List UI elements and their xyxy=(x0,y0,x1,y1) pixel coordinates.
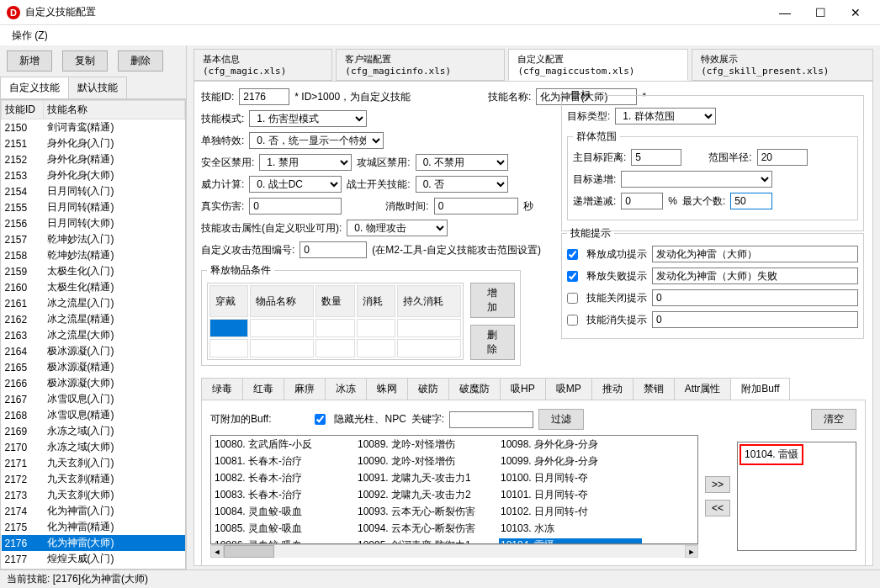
buff-item[interactable]: 10089. 龙吟-对怪增伤 xyxy=(356,437,499,452)
buff-item[interactable]: 10083. 长春木-治疗 xyxy=(213,488,356,502)
skill-row[interactable]: 2176化为神雷(大师) xyxy=(2,535,185,551)
skill-row[interactable]: 2174化为神雷(入门) xyxy=(2,503,185,519)
skill-row[interactable]: 2154日月同转(入门) xyxy=(2,183,185,199)
buff-item[interactable]: 10093. 云本无心-断裂伤害 xyxy=(356,505,499,519)
release-del-button[interactable]: 删除 xyxy=(470,325,515,360)
select-solo[interactable]: 0. 否，统一显示一个特效 xyxy=(249,132,384,149)
skill-row[interactable]: 2166极冰源凝(大师) xyxy=(2,375,185,391)
scrollbar[interactable]: ◄► xyxy=(210,544,698,558)
skill-row[interactable]: 2161冰之流星(入门) xyxy=(2,295,185,311)
buff-tab[interactable]: 吸MP xyxy=(545,378,592,400)
skill-row[interactable]: 2171九天玄刹(入门) xyxy=(2,455,185,471)
maximize-button[interactable]: ☐ xyxy=(803,1,838,24)
skill-row[interactable]: 2177煌煌天威(入门) xyxy=(2,551,185,567)
buff-tab[interactable]: 麻痹 xyxy=(284,378,326,400)
select-power[interactable]: 0. 战士DC xyxy=(249,176,342,193)
buff-item[interactable]: 10084. 灵血鲛-吸血 xyxy=(213,505,356,519)
skill-row[interactable]: 2175化为神雷(精通) xyxy=(2,519,185,535)
buff-item[interactable]: 10082. 长春木-治疗 xyxy=(213,471,356,485)
skill-row[interactable]: 2164极冰源凝(入门) xyxy=(2,343,185,359)
skill-list[interactable]: 技能ID 技能名称 2150剑诃青鸾(精通)2151身外化身(入门)2152身外… xyxy=(0,99,186,569)
add-button[interactable]: 新增 xyxy=(7,50,52,72)
buff-tab[interactable]: 破防 xyxy=(407,378,449,400)
skill-row[interactable]: 2153身外化身(大师) xyxy=(2,167,185,183)
copy-button[interactable]: 复制 xyxy=(62,50,108,72)
select-attack-attr[interactable]: 0. 物理攻击 xyxy=(347,220,448,236)
input-keyword[interactable] xyxy=(449,411,533,428)
minimize-button[interactable]: — xyxy=(767,1,803,24)
input-close[interactable] xyxy=(652,289,858,306)
input-disappear[interactable] xyxy=(652,311,858,328)
buff-item[interactable]: 10103. 水冻 xyxy=(499,522,642,536)
check-disappear[interactable] xyxy=(567,315,578,326)
input-fail[interactable] xyxy=(652,268,858,284)
check-hide-pillar[interactable] xyxy=(315,414,326,425)
select-safe[interactable]: 1. 禁用 xyxy=(259,154,352,171)
tab-custom-skill[interactable]: 自定义技能 xyxy=(0,77,69,98)
select-target-incr[interactable] xyxy=(621,171,772,188)
buff-selected-list[interactable]: 10104. 雷慑 xyxy=(737,442,856,551)
buff-item[interactable]: 10092. 龙啸九天-攻击力2 xyxy=(356,488,499,502)
skill-row[interactable]: 2151身外化身(入门) xyxy=(2,135,185,151)
skill-row[interactable]: 2157乾坤妙法(入门) xyxy=(2,231,185,247)
config-tab[interactable]: 自定义配置 (cfg_magiccustom.xls) xyxy=(508,49,688,81)
input-target-decr[interactable] xyxy=(621,193,663,209)
input-radius[interactable] xyxy=(757,149,808,166)
selected-buff-item[interactable]: 10104. 雷慑 xyxy=(740,444,803,465)
buff-item[interactable]: 10085. 灵血鲛-吸血 xyxy=(213,522,356,536)
menu-operate[interactable]: 操作 (Z) xyxy=(7,27,53,45)
filter-button[interactable]: 过滤 xyxy=(538,409,584,430)
skill-row[interactable]: 2159太极生化(入门) xyxy=(2,263,185,279)
buff-tab[interactable]: 吸HP xyxy=(500,378,546,400)
buff-item[interactable]: 10099. 身外化身-分身 xyxy=(499,454,642,469)
skill-row[interactable]: 2165极冰源凝(精通) xyxy=(2,359,185,375)
skill-row[interactable]: 2150剑诃青鸾(精通) xyxy=(2,119,185,136)
buff-tab[interactable]: Attr属性 xyxy=(674,378,732,400)
buff-item[interactable]: 10104. 雷慑 xyxy=(499,538,642,544)
input-target-max[interactable] xyxy=(730,193,772,209)
skill-row[interactable]: 2172九天玄刹(精通) xyxy=(2,471,185,487)
tab-default-skill[interactable]: 默认技能 xyxy=(68,77,127,98)
release-add-button[interactable]: 增加 xyxy=(470,283,515,318)
select-mode[interactable]: 1. 伤害型模式 xyxy=(249,110,367,127)
input-main-dist[interactable] xyxy=(631,149,681,166)
buff-item[interactable]: 10095. 剑诃青鸾-防御力1 xyxy=(356,538,499,544)
skill-row[interactable]: 2163冰之流星(大师) xyxy=(2,327,185,343)
buff-item[interactable]: 10098. 身外化身-分身 xyxy=(499,437,642,452)
input-success[interactable] xyxy=(652,246,858,262)
input-dis-time[interactable] xyxy=(434,198,518,215)
buff-tab[interactable]: 绿毒 xyxy=(201,378,243,400)
config-tab[interactable]: 客户端配置 (cfg_magicinfo.xls) xyxy=(336,49,505,81)
buff-tab[interactable]: 推动 xyxy=(591,378,633,400)
input-real-dmg[interactable] xyxy=(249,198,342,215)
close-button[interactable]: ✕ xyxy=(838,1,873,24)
buff-item[interactable]: 10102. 日月同转-付 xyxy=(499,505,642,519)
check-fail[interactable] xyxy=(567,271,578,282)
buff-item[interactable]: 10094. 云本无心-断裂伤害 xyxy=(356,522,499,536)
delete-button[interactable]: 删除 xyxy=(118,50,163,72)
input-range-no[interactable] xyxy=(300,241,367,258)
buff-item[interactable]: 10100. 日月同转-夺 xyxy=(499,471,642,485)
buff-tab[interactable]: 破魔防 xyxy=(448,378,501,400)
buff-tab[interactable]: 附加Buff xyxy=(730,378,790,400)
buff-tab[interactable]: 红毒 xyxy=(242,378,284,400)
select-siege[interactable]: 0. 不禁用 xyxy=(416,154,508,171)
buff-item[interactable]: 10081. 长春木-治疗 xyxy=(213,454,356,469)
skill-row[interactable]: 2156日月同转(大师) xyxy=(2,215,185,231)
check-close[interactable] xyxy=(567,293,578,304)
buff-item[interactable]: 10090. 龙吟-对怪增伤 xyxy=(356,454,499,469)
skill-row[interactable]: 2170永冻之域(大师) xyxy=(2,439,185,455)
move-left-button[interactable]: << xyxy=(705,500,730,516)
skill-row[interactable]: 2168冰雪叹息(精通) xyxy=(2,407,185,423)
skill-row[interactable]: 2152身外化身(精通) xyxy=(2,151,185,167)
skill-row[interactable]: 2162冰之流星(精通) xyxy=(2,311,185,327)
skill-row[interactable]: 2158乾坤妙法(精通) xyxy=(2,247,185,263)
buff-tab[interactable]: 冰冻 xyxy=(325,378,367,400)
buff-item[interactable]: 10080. 玄武盾阵-小反 xyxy=(213,437,356,452)
config-tab[interactable]: 基本信息 (cfg_magic.xls) xyxy=(193,49,332,81)
buff-item[interactable]: 10091. 龙啸九天-攻击力1 xyxy=(356,471,499,485)
buff-tab[interactable]: 蛛网 xyxy=(366,378,408,400)
buff-available-list[interactable]: 10080. 玄武盾阵-小反10089. 龙吟-对怪增伤10098. 身外化身-… xyxy=(210,435,698,544)
buff-item[interactable]: 10086. 灵血鲛-吸血 xyxy=(213,538,356,544)
skill-row[interactable]: 2160太极生化(精通) xyxy=(2,279,185,295)
